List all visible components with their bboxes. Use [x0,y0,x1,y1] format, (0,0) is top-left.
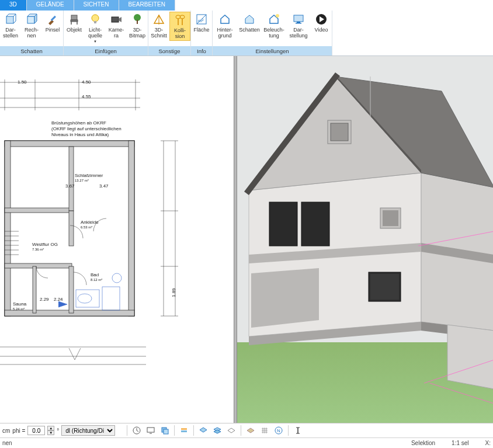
floorplan-2d-pane[interactable]: 1.50 4.50 4.55 3.67 3.47 2.29 2.24 1.89 … [0,56,234,423]
bitmap3d-label: 3D- Bitmap [129,27,145,39]
plan-note-line1: (OKRF liegt auf unterschiedlichen [51,126,121,132]
svg-marker-17 [119,17,121,22]
svg-line-1 [6,14,9,16]
beleuchtung-button[interactable]: Beleuch- tung [262,12,286,40]
svg-rect-50 [69,211,74,246]
tab-gelaende[interactable]: GELÄNDE [27,0,74,11]
bottom-toolbar: cm phi = ▲▼ ° dl (Richtung/Di N [0,423,493,437]
svg-rect-104 [181,428,187,430]
svg-rect-15 [94,21,96,23]
pinsel-label: Pinsel [46,27,60,33]
status-ratio: 1:1 sel [452,440,468,446]
room-bad-area: 8.12 m² [91,277,102,283]
dim-text: 1.50 [18,79,27,85]
cube-calc-icon [25,13,38,26]
main-tab-bar: 3D GELÄNDE SICHTEN BEARBEITEN [0,0,493,11]
grid-icon[interactable] [259,425,270,436]
svg-rect-11 [71,20,78,22]
svg-rect-103 [164,429,168,434]
dropdown-arrow-icon: ▼ [93,39,97,44]
view-3d-pane[interactable] [237,56,493,423]
pinsel-button[interactable]: Pinsel [42,12,63,34]
tab-bearbeiten[interactable]: BEARBEITEN [119,0,175,11]
cube-box-icon [4,13,17,26]
house-bg-icon [218,13,231,26]
svg-rect-0 [6,16,13,23]
house-light-icon [268,13,280,26]
layer2-icon[interactable] [211,425,223,436]
svg-marker-92 [447,325,493,389]
svg-rect-90 [370,274,399,300]
layer1-icon[interactable] [197,425,209,436]
darstellen-label: Dar- stellen [3,27,18,39]
ribbon-group-einfuegen: Objekt Licht- quelle ▼ Kame- ra 3D- Bit [64,11,148,55]
workspace: 1.50 4.50 4.55 3.67 3.47 2.29 2.24 1.89 … [0,56,493,423]
svg-rect-60 [76,290,99,307]
tab-sichten[interactable]: SICHTEN [74,0,119,11]
svg-marker-106 [200,428,207,432]
svg-rect-10 [71,15,77,20]
svg-rect-19 [137,20,138,24]
svg-rect-51 [5,263,72,268]
collision-icon [173,13,186,26]
dim-text: 3.47 [99,183,109,189]
floorplan-drawing [0,56,234,423]
area-icon: m² [195,13,208,26]
hintergrund-button[interactable]: Hinter- grund [213,12,237,40]
svg-rect-49 [69,147,74,211]
svg-rect-105 [181,430,187,432]
play-icon [315,13,328,26]
dl-richtung-select[interactable]: dl (Richtung/Di [61,425,115,436]
svg-text:N: N [277,428,280,433]
chair-icon [68,13,81,26]
room-ankleide-area: 6.53 m² [81,224,92,230]
ribbon-group-sonstige: 3D- Schnitt Kolli- sion Sonstige [148,11,191,55]
dim-text: 2.24 [54,297,63,303]
group-label-einfuegen: Einfügen [64,46,148,55]
phi-label: phi = [12,428,25,434]
phi-input[interactable] [27,426,45,435]
video-button[interactable]: Video [311,12,332,34]
layers-icon[interactable] [159,425,171,436]
rechnen-button[interactable]: Rech- nen [21,12,42,40]
kamera-button[interactable]: Kame- ra [106,12,127,40]
text-cursor-icon[interactable] [292,425,304,436]
svg-point-61 [78,294,92,303]
darstellung-button[interactable]: Dar- stellung [286,12,311,40]
room-westflur-area: 7.36 m² [32,246,44,252]
svg-marker-28 [245,15,254,23]
clock-icon[interactable] [131,425,143,436]
objekt-button[interactable]: Objekt [64,12,85,34]
stack-icon[interactable] [178,425,190,436]
ribbon-toolbar: Dar- stellen Rech- nen Pinsel Schatten [0,11,493,56]
kamera-label: Kame- ra [109,27,124,39]
svg-rect-85 [269,202,297,246]
darstellung-label: Dar- stellung [289,27,307,39]
video-label: Video [315,27,328,33]
group-label-info: Info [191,46,212,55]
schatten2-button[interactable]: Schatten [237,12,262,34]
layer4-icon[interactable] [245,425,256,436]
lichtquelle-button[interactable]: Licht- quelle ▼ [85,12,106,46]
bitmap3d-button[interactable]: 3D- Bitmap [127,12,148,40]
svg-rect-100 [147,428,154,432]
flaeche-button[interactable]: m² Fläche [191,12,212,34]
svg-rect-33 [296,23,301,24]
schnitt3d-button[interactable]: 3D- Schnitt [148,12,169,40]
north-icon[interactable]: N [273,425,284,436]
svg-rect-62 [102,287,120,310]
brush-icon [46,13,59,26]
darstellen-button[interactable]: Dar- stellen [0,12,21,40]
screen-icon[interactable] [145,425,157,436]
kollision-button[interactable]: Kolli- sion [169,12,190,41]
svg-rect-44 [5,141,134,147]
svg-point-30 [276,14,279,18]
svg-rect-32 [297,22,300,23]
house-shadow-icon [243,13,256,26]
dim-text: 1.89 [171,288,177,297]
group-label-schatten: Schatten [0,46,63,55]
tab-3d[interactable]: 3D [0,0,27,11]
layer3-icon[interactable] [225,425,237,436]
phi-spinner[interactable]: ▲▼ [47,426,54,435]
status-x: X: [485,440,491,446]
